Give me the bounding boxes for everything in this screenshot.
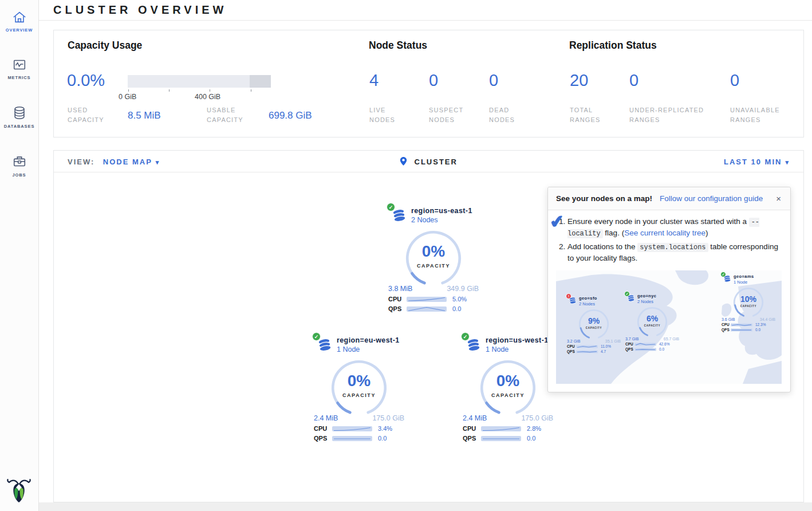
sidebar-item-jobs[interactable]: JOBS xyxy=(0,152,38,181)
total-ranges-value: 20 xyxy=(570,71,588,90)
qps-label: QPS xyxy=(625,347,634,351)
sidebar-item-metrics[interactable]: METRICS xyxy=(0,56,38,84)
cluster-name: geo=sfo xyxy=(579,296,597,301)
region-card-us-west-1[interactable]: ✓ region=us-west-1 1 Node 0% xyxy=(459,336,557,442)
total-ranges-label: TOTAL RANGES xyxy=(570,105,616,125)
cpu-value: 11.0% xyxy=(601,344,611,348)
dead-nodes-value: 0 xyxy=(489,71,498,90)
qps-label: QPS xyxy=(314,435,332,442)
capacity-bar xyxy=(128,75,271,88)
cpu-label: CPU xyxy=(388,296,407,302)
setup-step-2: Add locations to the system.locations ta… xyxy=(567,241,782,265)
qps-sparkline xyxy=(731,328,752,332)
cpu-sparkline xyxy=(634,343,656,346)
cpu-sparkline xyxy=(407,296,447,302)
region-name: region=us-east-1 xyxy=(411,207,472,215)
close-icon[interactable]: × xyxy=(775,194,782,203)
region-nodes-link[interactable]: 1 Node xyxy=(486,345,549,353)
capacity-gauge-label: CAPACITY xyxy=(329,392,389,398)
locality-tree-link[interactable]: See current locality tree xyxy=(624,229,705,237)
briefcase-icon xyxy=(0,154,38,169)
cpu-value: 2.8% xyxy=(527,425,541,432)
capacity-gauge-label: CAPACITY xyxy=(636,324,668,327)
node-stack-icon: ✓ xyxy=(317,336,332,356)
healthy-badge-icon: ✓ xyxy=(312,332,321,341)
qps-sparkline xyxy=(481,435,521,442)
cluster-summary-panel: Capacity Usage 0.0% 0 GiB 400 GiB USED C… xyxy=(53,30,804,137)
region-card-header: ✓ region=eu-west-1 1 Node xyxy=(317,336,408,356)
qps-sparkline xyxy=(332,435,372,442)
example-map-image: ! geo=sfo 2 Nodes 9% xyxy=(556,270,782,384)
healthy-badge-icon: ✓ xyxy=(624,291,630,297)
node-map-canvas: ✓ region=us-east-1 2 Nodes 0 xyxy=(54,172,803,502)
breadcrumb-cluster: CLUSTER xyxy=(415,158,458,166)
qps-value: 0.0 xyxy=(659,347,664,351)
capacity-gauge: 0% CAPACITY xyxy=(404,229,463,288)
node-stack-icon: ! xyxy=(569,296,577,308)
region-nodes-link[interactable]: 2 Nodes xyxy=(411,216,472,224)
unavailable-ranges-label: UNAVAILABLE RANGES xyxy=(730,105,799,125)
sidebar-item-overview[interactable]: OVERVIEW xyxy=(0,8,38,36)
region-card-us-east-1[interactable]: ✓ region=us-east-1 2 Nodes 0 xyxy=(385,207,482,312)
qps-sparkline xyxy=(634,348,656,351)
title-bar: CLUSTER OVERVIEW xyxy=(39,0,812,21)
cpu-value: 42.6% xyxy=(659,342,669,346)
sidebar-item-databases[interactable]: DATABASES xyxy=(0,103,38,132)
page-title: CLUSTER OVERVIEW xyxy=(39,0,812,17)
cpu-sparkline xyxy=(731,323,752,327)
metrics-icon xyxy=(0,58,38,72)
axis-tick xyxy=(251,89,251,92)
capacity-bar-reserved-segment xyxy=(250,75,271,88)
sidebar-item-label: METRICS xyxy=(0,75,38,80)
capacity-percent: 0% xyxy=(478,372,538,390)
cpu-label: CPU xyxy=(722,323,731,327)
region-nodes-link[interactable]: 1 Node xyxy=(337,345,400,353)
region-name: region=eu-west-1 xyxy=(337,336,400,344)
qps-value: 4.7 xyxy=(601,349,606,353)
configuration-guide-link[interactable]: Follow our configuration guide xyxy=(660,194,763,203)
node-stack-icon: ✓ xyxy=(466,336,481,356)
capacity-percent: 0.0% xyxy=(67,71,105,90)
time-range-selector[interactable]: LAST 10 MIN▾ xyxy=(724,158,790,166)
setup-step-1: Ensure every node in your cluster was st… xyxy=(567,216,782,239)
qps-label: QPS xyxy=(722,328,731,332)
suspect-nodes-label: SUSPECT NODES xyxy=(429,105,478,125)
usable-capacity-label: USABLE CAPACITY xyxy=(207,105,258,125)
healthy-badge-icon: ✓ xyxy=(387,203,395,211)
capacity-gauge-label: CAPACITY xyxy=(732,305,764,308)
cpu-label: CPU xyxy=(463,425,481,432)
axis-tick xyxy=(169,89,170,92)
suspect-nodes-value: 0 xyxy=(429,71,438,90)
cpu-sparkline xyxy=(332,426,372,432)
capacity-percent: 6% xyxy=(636,314,668,323)
location-pin-icon xyxy=(400,158,409,168)
dead-nodes-label: DEAD NODES xyxy=(489,105,532,125)
cluster-nodes: 2 Nodes xyxy=(579,301,597,306)
healthy-badge-icon: ✓ xyxy=(461,332,470,341)
qps-value: 0.0 xyxy=(452,305,461,312)
qps-label: QPS xyxy=(567,349,576,353)
step-text: Add locations to the xyxy=(567,242,637,251)
node-map-panel: VIEW: NODE MAP▾ CLUSTER LAST 10 MIN▾ xyxy=(53,150,804,502)
capacity-usage-title: Capacity Usage xyxy=(68,40,142,52)
page-background xyxy=(39,502,812,511)
cpu-label: CPU xyxy=(314,425,332,432)
region-name: region=us-west-1 xyxy=(486,336,549,344)
capacity-gauge: 6% CAPACITY xyxy=(636,306,668,339)
popup-header: See your nodes on a map! Follow our conf… xyxy=(548,187,790,210)
example-cluster-nyc: ✓ geo=nyc 2 Nodes 6% xyxy=(622,293,682,351)
region-card-eu-west-1[interactable]: ✓ region=eu-west-1 1 Node 0% xyxy=(310,336,408,442)
capacity-gauge: 10% CAPACITY xyxy=(732,286,764,320)
cpu-value: 3.4% xyxy=(378,425,392,432)
cpu-value: 12.3% xyxy=(755,323,766,327)
qps-label: QPS xyxy=(463,435,481,442)
node-map-setup-popup: See your nodes on a map! Follow our conf… xyxy=(547,187,791,392)
capacity-gauge-label: CAPACITY xyxy=(478,392,538,398)
mini-cluster-header: ! geo=sfo 2 Nodes xyxy=(569,296,624,308)
capacity-tick-0: 0 GiB xyxy=(119,93,136,101)
cpu-label: CPU xyxy=(567,344,576,348)
mini-cluster-header: ✓ geo=nyc 2 Nodes xyxy=(627,293,682,305)
sidebar: OVERVIEW METRICS DATABASES JOBS xyxy=(0,0,39,511)
qps-sparkline xyxy=(576,350,598,353)
capacity-tick-400: 400 GiB xyxy=(195,93,220,101)
